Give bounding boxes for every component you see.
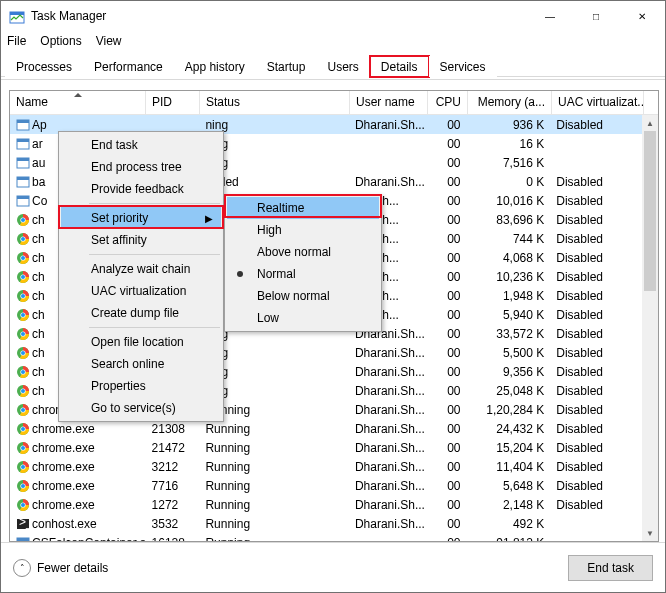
menu-options[interactable]: Options: [40, 34, 81, 48]
process-icon: [16, 498, 30, 512]
process-icon: [16, 346, 30, 360]
separator: [89, 203, 220, 204]
mi-realtime[interactable]: Realtime: [227, 197, 379, 219]
col-status[interactable]: Status: [200, 91, 350, 114]
process-icon: [16, 479, 30, 493]
col-pid[interactable]: PID: [146, 91, 200, 114]
process-icon: [16, 213, 30, 227]
maximize-button[interactable]: □: [573, 1, 619, 31]
fewer-details-label: Fewer details: [37, 561, 108, 575]
process-icon: [16, 517, 30, 531]
process-icon: [16, 384, 30, 398]
mi-uacv[interactable]: UAC virtualization: [61, 280, 221, 302]
mi-feedback[interactable]: Provide feedback: [61, 178, 221, 200]
tab-performance[interactable]: Performance: [83, 56, 174, 77]
app-icon: [9, 8, 25, 24]
table-row[interactable]: chrome.exe3212RunningDharani.Sh...0011,4…: [10, 457, 642, 476]
mi-set-affinity[interactable]: Set affinity: [61, 229, 221, 251]
titlebar: Task Manager — □ ✕: [1, 1, 665, 31]
table-row[interactable]: conhost.exe3532RunningDharani.Sh...00492…: [10, 514, 642, 533]
tab-services[interactable]: Services: [429, 56, 497, 77]
mi-low[interactable]: Low: [227, 307, 379, 329]
separator: [89, 327, 220, 328]
process-icon: [16, 194, 30, 208]
mi-set-priority[interactable]: Set priority▶: [61, 207, 221, 229]
mi-end-task[interactable]: End task: [61, 134, 221, 156]
tab-details[interactable]: Details: [370, 56, 429, 77]
col-uac[interactable]: UAC virtualizat...: [552, 91, 644, 114]
table-row[interactable]: CSFalconContainer.e16128Running0091,812 …: [10, 533, 642, 541]
process-icon: [16, 251, 30, 265]
separator: [89, 254, 220, 255]
fewer-details-button[interactable]: ˄ Fewer details: [13, 559, 108, 577]
mi-goto[interactable]: Go to service(s): [61, 397, 221, 419]
process-icon: [16, 460, 30, 474]
process-icon: [16, 365, 30, 379]
table-row[interactable]: chrome.exe7716RunningDharani.Sh...005,64…: [10, 476, 642, 495]
process-icon: [16, 422, 30, 436]
menu-file[interactable]: File: [7, 34, 26, 48]
col-cpu[interactable]: CPU: [428, 91, 468, 114]
mi-set-priority-label: Set priority: [91, 211, 148, 225]
process-icon: [16, 441, 30, 455]
mi-below[interactable]: Below normal: [227, 285, 379, 307]
mi-open-loc[interactable]: Open file location: [61, 331, 221, 353]
window-controls: — □ ✕: [527, 1, 665, 31]
scroll-down-icon[interactable]: ▼: [642, 525, 658, 541]
context-menu-priority: Realtime High Above normal Normal Below …: [224, 194, 382, 332]
chevron-up-icon: ˄: [13, 559, 31, 577]
tab-processes[interactable]: Processes: [5, 56, 83, 77]
scroll-up-icon[interactable]: ▲: [642, 115, 658, 131]
bullet-icon: [237, 271, 243, 277]
menubar: File Options View: [1, 31, 665, 51]
table-row[interactable]: chrome.exe1272RunningDharani.Sh...002,14…: [10, 495, 642, 514]
tabbar: Processes Performance App history Startu…: [1, 53, 665, 77]
scroll-thumb[interactable]: [644, 131, 656, 291]
process-icon: [16, 403, 30, 417]
process-icon: [16, 175, 30, 189]
vertical-scrollbar[interactable]: ▲ ▼: [642, 115, 658, 541]
mi-high[interactable]: High: [227, 219, 379, 241]
table-header: Name PID Status User name CPU Memory (a.…: [10, 91, 658, 115]
process-icon: [16, 137, 30, 151]
col-name[interactable]: Name: [10, 91, 146, 114]
footer: ˄ Fewer details End task: [1, 542, 665, 592]
end-task-button[interactable]: End task: [568, 555, 653, 581]
process-icon: [16, 270, 30, 284]
process-icon: [16, 308, 30, 322]
col-user[interactable]: User name: [350, 91, 428, 114]
menu-view[interactable]: View: [96, 34, 122, 48]
process-icon: [16, 156, 30, 170]
context-menu-process: End task End process tree Provide feedba…: [58, 131, 224, 422]
tab-users[interactable]: Users: [316, 56, 369, 77]
mi-analyze[interactable]: Analyze wait chain: [61, 258, 221, 280]
mi-end-tree[interactable]: End process tree: [61, 156, 221, 178]
close-button[interactable]: ✕: [619, 1, 665, 31]
table-row[interactable]: chrome.exe21472RunningDharani.Sh...0015,…: [10, 438, 642, 457]
process-icon: [16, 232, 30, 246]
mi-props[interactable]: Properties: [61, 375, 221, 397]
mi-normal-label: Normal: [257, 267, 296, 281]
process-icon: [16, 289, 30, 303]
submenu-arrow-icon: ▶: [205, 213, 213, 224]
col-mem[interactable]: Memory (a...: [468, 91, 552, 114]
process-icon: [16, 118, 30, 132]
minimize-button[interactable]: —: [527, 1, 573, 31]
tab-startup[interactable]: Startup: [256, 56, 317, 77]
tab-apphistory[interactable]: App history: [174, 56, 256, 77]
window-title: Task Manager: [31, 9, 527, 23]
process-icon: [16, 327, 30, 341]
mi-normal[interactable]: Normal: [227, 263, 379, 285]
mi-dump[interactable]: Create dump file: [61, 302, 221, 324]
mi-above[interactable]: Above normal: [227, 241, 379, 263]
mi-search[interactable]: Search online: [61, 353, 221, 375]
process-icon: [16, 536, 30, 542]
